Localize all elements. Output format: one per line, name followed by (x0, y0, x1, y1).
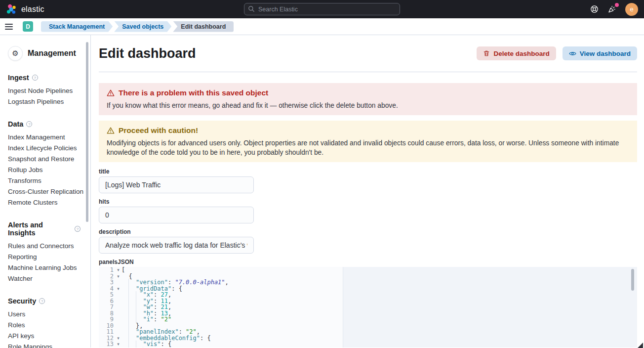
description-field-label: description (99, 228, 637, 235)
editor-resize-handle[interactable] (638, 343, 643, 348)
hits-field-label: hits (99, 198, 637, 205)
alert-icon (107, 89, 115, 97)
sidebar-item[interactable]: Machine Learning Jobs (8, 262, 80, 273)
search-input[interactable] (244, 3, 400, 15)
editor-scrollbar-thumb[interactable] (631, 269, 634, 291)
sidebar-item[interactable]: Reporting (8, 252, 80, 262)
top-header-bar: elastic (0, 0, 644, 18)
main-content: Edit dashboard Delete dashboard View das… (91, 35, 644, 348)
editor-line: 1▾[ (99, 267, 637, 273)
breadcrumb: Stack Management Saved objects Edit dash… (41, 21, 234, 32)
breadcrumb-edit-dashboard: Edit dashboard (173, 21, 234, 32)
editor-line: 14▾ "colors": { (99, 348, 637, 348)
fold-spacer (115, 279, 121, 286)
breadcrumb-stack-management[interactable]: Stack Management (41, 21, 113, 32)
fold-arrow-icon[interactable]: ▾ (115, 267, 121, 273)
editor-line: 9 "i": "2" (99, 316, 637, 323)
fold-spacer (115, 323, 121, 329)
elastic-brand[interactable]: elastic (6, 4, 44, 15)
section-help-icon: ? (26, 121, 32, 127)
warning-callout-title: Proceed with caution! (119, 126, 198, 135)
sidebar-item[interactable]: Logstash Pipelines (8, 96, 80, 107)
sidebar-item[interactable]: Rules and Connectors (8, 241, 80, 252)
management-gear-icon: ⚙ (8, 46, 23, 61)
sidebar-item[interactable]: Remote Clusters (8, 197, 80, 208)
title-field[interactable] (99, 176, 254, 193)
trash-icon (483, 50, 490, 57)
fold-spacer (115, 310, 121, 317)
sidebar-section-heading: Ingest? (8, 74, 80, 82)
saved-object-form: title hits description panelsJSON 1▾[2▾ … (99, 168, 637, 348)
management-sidebar: ⚙ Management Ingest?Ingest Node Pipeline… (0, 35, 91, 348)
sidebar-item[interactable]: Ingest Node Pipelines (8, 86, 80, 96)
editor-line: 6 "y": 11, (99, 298, 637, 304)
user-avatar[interactable]: e (625, 3, 638, 16)
fold-arrow-icon[interactable]: ▾ (115, 348, 121, 348)
warning-icon (107, 127, 115, 134)
fold-arrow-icon[interactable]: ▾ (115, 286, 121, 292)
fold-spacer (115, 292, 121, 298)
sidebar-item[interactable]: Snapshot and Restore (8, 154, 80, 165)
fold-spacer (115, 298, 121, 304)
error-callout-title: There is a problem with this saved objec… (119, 88, 268, 98)
sidebar-item[interactable]: Users (8, 309, 80, 320)
panelsjson-field-label: panelsJSON (99, 259, 637, 265)
sidebar-item[interactable]: API keys (8, 331, 80, 342)
menu-toggle-button[interactable] (5, 20, 18, 33)
page-title: Edit dashboard (99, 45, 196, 62)
section-help-icon: ? (32, 75, 38, 81)
fold-arrow-icon[interactable]: ▾ (115, 335, 121, 342)
sidebar-item[interactable]: Index Lifecycle Policies (8, 143, 80, 154)
error-callout-body: If you know what this error means, go ah… (107, 101, 629, 110)
fold-arrow-icon[interactable]: ▾ (115, 273, 121, 280)
sidebar-title: Management (28, 49, 76, 58)
newsfeed-button[interactable] (607, 4, 617, 14)
sidebar-item[interactable]: Role Mappings (8, 342, 80, 348)
editor-line: 4▾ "gridData": { (99, 286, 637, 292)
editor-line: 7 "w": 21, (99, 304, 637, 310)
section-help-icon: ? (75, 226, 80, 232)
elastic-logo-icon (6, 4, 17, 15)
notification-dot (615, 3, 619, 7)
sidebar-section-heading: Security? (8, 297, 80, 305)
fold-spacer (115, 316, 121, 323)
warning-callout-body: Modifying objects is for advanced users … (107, 138, 629, 157)
sidebar-scrollbar-thumb[interactable] (86, 42, 88, 222)
help-button[interactable] (590, 4, 599, 14)
sidebar-item[interactable]: Cross-Cluster Replication (8, 186, 80, 197)
sidebar-item[interactable]: Index Management (8, 132, 80, 143)
editor-line: 12▾ "embeddableConfig": { (99, 335, 637, 342)
sidebar-section-heading: Data? (8, 120, 80, 128)
view-dashboard-button[interactable]: View dashboard (563, 46, 637, 60)
brand-name: elastic (21, 5, 44, 14)
header-divider (99, 72, 637, 72)
help-icon (590, 4, 599, 14)
search-icon (248, 5, 255, 12)
delete-dashboard-button[interactable]: Delete dashboard (477, 46, 556, 60)
sidebar-header[interactable]: ⚙ Management (8, 46, 80, 61)
editor-line: 8 "h": 13, (99, 310, 637, 317)
breadcrumb-saved-objects[interactable]: Saved objects (114, 21, 171, 32)
section-help-icon: ? (39, 298, 45, 304)
editor-lines: 1▾[2▾ {3 "version": "7.0.0-alpha1",4▾ "g… (99, 267, 637, 348)
space-avatar[interactable]: D (23, 21, 33, 32)
sidebar-item[interactable]: Watcher (8, 273, 80, 284)
description-field[interactable] (99, 237, 254, 254)
panelsjson-code-editor[interactable]: 1▾[2▾ {3 "version": "7.0.0-alpha1",4▾ "g… (99, 267, 637, 348)
sidebar-section-heading: Alerts and Insights? (8, 221, 80, 237)
eye-icon (569, 50, 576, 57)
fold-spacer (115, 304, 121, 310)
hits-field[interactable] (99, 207, 254, 223)
global-search (244, 3, 400, 15)
editor-line: 5 "x": 27, (99, 292, 637, 298)
error-callout: There is a problem with this saved objec… (99, 83, 637, 115)
sidebar-sections: Ingest?Ingest Node PipelinesLogstash Pip… (8, 74, 80, 348)
sidebar-item[interactable]: Roles (8, 320, 80, 331)
fold-spacer (115, 329, 121, 335)
sidebar-item[interactable]: Rollup Jobs (8, 165, 80, 175)
fold-arrow-icon[interactable]: ▾ (115, 341, 121, 348)
breadcrumb-bar: D Stack Management Saved objects Edit da… (0, 18, 644, 35)
warning-callout: Proceed with caution! Modifying objects … (99, 121, 637, 162)
title-field-label: title (99, 168, 637, 175)
sidebar-item[interactable]: Transforms (8, 175, 80, 186)
